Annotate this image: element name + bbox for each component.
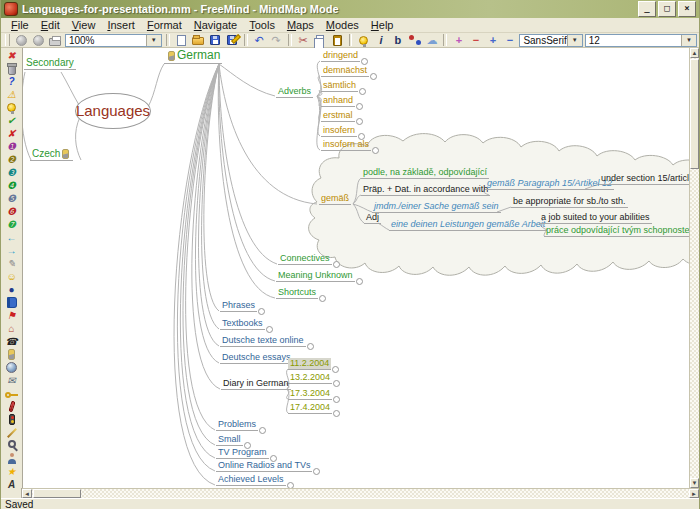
priority-2-icon[interactable]: ❷ (4, 153, 20, 166)
zoom-in-button[interactable]: + (485, 34, 500, 47)
node-a-job[interactable]: a job suited to your abilities (539, 212, 652, 224)
node-saemtlich[interactable]: sämtlich (321, 80, 358, 92)
menu-help[interactable]: Help (365, 18, 400, 32)
node-eine-arbeit[interactable]: eine deinen Leistungen gemäße Arbeit (389, 219, 547, 231)
nav-forward-button[interactable] (31, 34, 46, 47)
home-icon[interactable]: ⌂ (4, 322, 20, 335)
menu-file[interactable]: File (5, 18, 35, 32)
priority-6-icon[interactable]: ❻ (4, 205, 20, 218)
node-under-section[interactable]: under section 15/article (599, 173, 689, 185)
font-icon[interactable]: A (4, 478, 20, 488)
priority-3-icon[interactable]: ❸ (4, 166, 20, 179)
node-be-appropriate[interactable]: be appropriate for sb./to sth. (511, 196, 628, 208)
remove-icon-button[interactable]: ✖ (4, 49, 20, 62)
mail-icon[interactable]: ✉ (4, 374, 20, 387)
scroll-down-button[interactable]: ▼ (690, 478, 699, 488)
node-achieved-levels[interactable]: Achieved Levels (216, 474, 286, 486)
node-erstmal[interactable]: erstmal (321, 110, 355, 122)
trash-icon[interactable] (4, 62, 20, 75)
chevron-down-icon[interactable]: ▼ (681, 35, 696, 46)
back-icon[interactable]: ← (4, 231, 20, 244)
chevron-down-icon[interactable]: ▼ (567, 35, 582, 46)
priority-4-icon[interactable]: ❹ (4, 179, 20, 192)
node-demnaechst[interactable]: demnächst (321, 65, 369, 77)
node-date-3[interactable]: 17.3.2004 (288, 388, 332, 400)
idea-button[interactable] (356, 34, 371, 47)
linked-nodes-button[interactable] (407, 34, 422, 47)
node-tv-program[interactable]: TV Program (216, 447, 269, 459)
horizontal-scrollbar[interactable]: ◄ ► (22, 488, 699, 498)
node-secondary[interactable]: Secondary (24, 58, 76, 70)
scroll-left-button[interactable]: ◄ (22, 489, 32, 498)
flag-icon[interactable]: ⚑ (4, 309, 20, 322)
globe-icon[interactable] (4, 361, 20, 374)
node-insofern[interactable]: insofern (321, 125, 357, 137)
star-icon[interactable]: ★ (4, 465, 20, 478)
node-date-2[interactable]: 13.2.2004 (288, 372, 332, 384)
node-date-1[interactable]: 11.2.2004 (288, 358, 331, 370)
menu-maps[interactable]: Maps (281, 18, 320, 32)
forward-icon[interactable]: → (4, 244, 20, 257)
node-textbooks[interactable]: Textbooks (220, 318, 265, 330)
vertical-scroll-thumb[interactable] (690, 59, 699, 169)
menu-view[interactable]: View (66, 18, 102, 32)
copy-button[interactable] (313, 34, 328, 47)
node-dringend[interactable]: dringend (321, 50, 360, 62)
node-praep-dat[interactable]: Präp. + Dat. in accordance with (361, 184, 490, 196)
book-icon[interactable] (4, 296, 20, 309)
priority-5-icon[interactable]: ❺ (4, 192, 20, 205)
yes-icon[interactable]: ✔ (4, 114, 20, 127)
node-adverbs[interactable]: Adverbs (276, 86, 313, 98)
node-adj[interactable]: Adj (364, 212, 381, 224)
node-date-4[interactable]: 17.4.2004 (288, 402, 332, 414)
traffic-light-icon[interactable] (4, 413, 20, 426)
maximize-button[interactable]: □ (658, 1, 676, 17)
node-online-radios[interactable]: Online Radios and TVs (216, 460, 312, 472)
menu-navigate[interactable]: Navigate (188, 18, 243, 32)
font-size-select[interactable]: 12▼ (585, 34, 697, 47)
magnifier-icon[interactable] (4, 439, 20, 452)
zoom-select[interactable]: 100%▼ (65, 34, 162, 47)
node-podle[interactable]: podle, na základě, odpovídající (361, 167, 489, 179)
node-dutsche-texte[interactable]: Dutsche texte online (220, 335, 306, 347)
save-map-button[interactable] (208, 34, 223, 47)
menu-tools[interactable]: Tools (243, 18, 281, 32)
help-icon[interactable]: ? (4, 75, 20, 88)
menu-edit[interactable]: Edit (35, 18, 66, 32)
node-jmdm-sache[interactable]: jmdm./einer Sache gemäß sein (372, 201, 501, 213)
priority-7-icon[interactable]: ❼ (4, 218, 20, 231)
vertical-scrollbar[interactable]: ▲ ▼ (689, 48, 699, 488)
node-prace[interactable]: práce odpovídající tvým schopnostem (544, 225, 689, 237)
close-button[interactable]: × (678, 1, 696, 17)
warning-icon[interactable]: ⚠ (4, 88, 20, 101)
phone-icon[interactable]: ☎ (4, 335, 20, 348)
bold-button[interactable]: b (390, 34, 405, 47)
open-map-button[interactable] (191, 34, 206, 47)
node-diary[interactable]: Diary in German (221, 378, 291, 390)
node-gemaess-paragraph[interactable]: gemäß Paragraph 15/Artikel 12 (485, 178, 614, 190)
node-problems[interactable]: Problems (216, 419, 258, 431)
nav-back-button[interactable] (14, 34, 29, 47)
scroll-up-button[interactable]: ▲ (690, 48, 699, 58)
attach-icon[interactable]: ✎ (4, 257, 20, 270)
chevron-down-icon[interactable]: ▼ (146, 35, 161, 46)
node-czech[interactable]: Czech (30, 149, 73, 161)
menu-insert[interactable]: Insert (101, 18, 141, 32)
person-icon[interactable] (4, 452, 20, 465)
scroll-right-button[interactable]: ► (689, 489, 699, 498)
wand-icon[interactable] (4, 426, 20, 439)
cloud-button[interactable]: ☁ (424, 34, 439, 47)
horizontal-scroll-thumb[interactable] (33, 489, 81, 498)
cut-button[interactable]: ✂ (296, 34, 311, 47)
zoom-out-button[interactable]: − (502, 34, 517, 47)
decrease-font-button[interactable]: − (468, 34, 483, 47)
node-meaning-unknown[interactable]: Meaning Unknown (276, 270, 355, 282)
smiley-icon[interactable]: ☺ (4, 270, 20, 283)
node-connectives[interactable]: Connectives (278, 253, 332, 265)
node-german[interactable]: German (164, 49, 222, 64)
redo-button[interactable]: ↷ (269, 34, 284, 47)
menu-format[interactable]: Format (141, 18, 188, 32)
node-small[interactable]: Small (216, 434, 243, 446)
print-button[interactable] (48, 34, 63, 47)
node-gemaess[interactable]: gemäß (319, 193, 351, 205)
